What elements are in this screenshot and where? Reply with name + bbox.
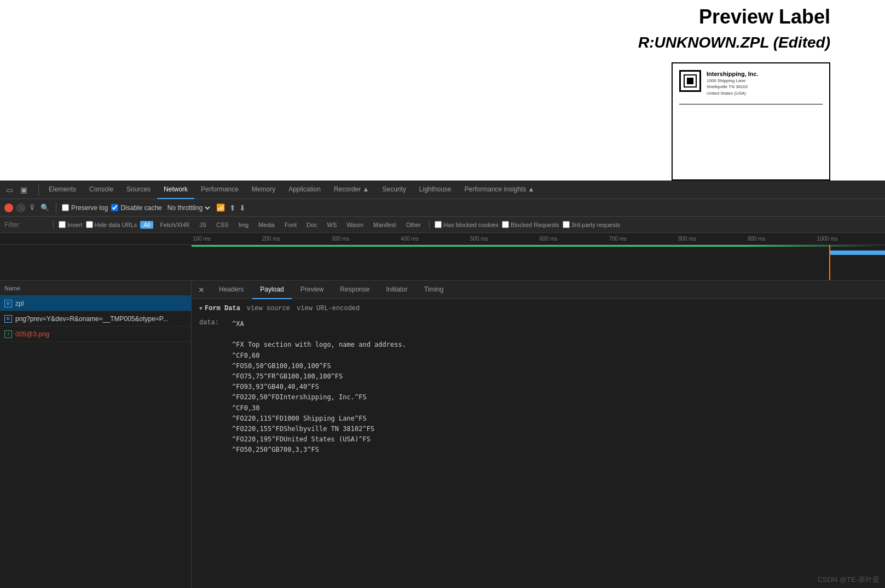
close-button[interactable]: ✕ bbox=[196, 284, 207, 295]
csdn-watermark: CSDN @TE-茶叶蛋 bbox=[817, 575, 880, 585]
name-col-header: Name bbox=[4, 285, 20, 292]
preview-subtitle: R:UNKNOWN.ZPL (Edited) bbox=[638, 34, 830, 51]
label-company-info: Intershipping, Inc. 1000 Shipping Lane S… bbox=[707, 70, 759, 96]
disable-cache-checkbox-label[interactable]: Disable cache bbox=[111, 204, 161, 212]
tick-400: 400 ms bbox=[400, 236, 469, 242]
waterfall-area bbox=[0, 245, 885, 281]
filter-css-btn[interactable]: CSS bbox=[213, 221, 232, 229]
form-data-row: data: ^XA ^FX Top section with logo, nam… bbox=[199, 318, 877, 456]
tick-900: 900 ms bbox=[747, 236, 816, 242]
request-name-png-file: 005@3.png bbox=[15, 330, 49, 338]
filter-icon[interactable]: ⊽ bbox=[28, 202, 36, 213]
request-row-png[interactable]: D png?prev=Y&dev=R&oname=__TMP005&otype=… bbox=[0, 311, 191, 327]
blocked-requests-checkbox[interactable] bbox=[502, 221, 509, 228]
third-party-label[interactable]: 3rd-party requests bbox=[563, 221, 620, 228]
label-logo bbox=[679, 70, 701, 92]
upload-icon[interactable]: ⬆ bbox=[229, 203, 236, 212]
filter-ws-btn[interactable]: WS bbox=[324, 221, 340, 229]
preview-title: Preview Label bbox=[699, 5, 830, 28]
tab-application[interactable]: Application bbox=[282, 181, 327, 199]
request-row-zpl[interactable]: D zpl bbox=[0, 296, 191, 311]
view-url-encoded-link[interactable]: view URL-encoded bbox=[297, 305, 360, 312]
filter-bar: Invert Hide data URLs All Fetch/XHR JS C… bbox=[0, 217, 885, 233]
disable-cache-checkbox[interactable] bbox=[111, 204, 118, 211]
hide-data-urls-checkbox-label[interactable]: Hide data URLs bbox=[86, 221, 137, 228]
filter-all-btn[interactable]: All bbox=[140, 221, 153, 229]
tab-recorder[interactable]: Recorder ▲ bbox=[327, 181, 376, 199]
toolbar-sep-1 bbox=[56, 203, 56, 213]
preserve-log-checkbox-label[interactable]: Preserve log bbox=[62, 204, 108, 212]
throttle-select[interactable]: No throttling bbox=[165, 203, 212, 212]
tab-lighthouse[interactable]: Lighthouse bbox=[413, 181, 458, 199]
form-data-value: ^XA ^FX Top section with logo, name and … bbox=[232, 319, 406, 455]
device-icon[interactable]: ▣ bbox=[19, 185, 28, 195]
tab-icons: ▭ ▣ bbox=[4, 185, 28, 195]
tab-elements[interactable]: Elements bbox=[42, 181, 83, 199]
tick-1000: 1000 ms bbox=[815, 236, 885, 242]
tab-security[interactable]: Security bbox=[375, 181, 412, 199]
blocked-cookies-label[interactable]: Has blocked cookies bbox=[435, 221, 499, 228]
hide-data-urls-checkbox[interactable] bbox=[86, 221, 93, 228]
filter-sep-1 bbox=[53, 220, 54, 229]
requests-header: Name bbox=[0, 281, 191, 296]
details-panel: ✕ Headers Payload Preview Response Initi… bbox=[192, 281, 885, 588]
request-icon-png: D bbox=[4, 315, 12, 323]
waterfall-green-line bbox=[192, 245, 885, 247]
filter-sep-2 bbox=[429, 220, 430, 229]
label-preview-box: Intershipping, Inc. 1000 Shipping Lane S… bbox=[672, 62, 830, 181]
filter-fetch-xhr-btn[interactable]: Fetch/XHR bbox=[157, 221, 193, 229]
filter-media-btn[interactable]: Media bbox=[255, 221, 278, 229]
filter-wasm-btn[interactable]: Wasm bbox=[343, 221, 367, 229]
form-data-arrow: ▼ bbox=[199, 306, 203, 312]
filter-other-btn[interactable]: Other bbox=[403, 221, 425, 229]
tab-sources[interactable]: Sources bbox=[120, 181, 157, 199]
details-tabs: ✕ Headers Payload Preview Response Initi… bbox=[192, 281, 885, 299]
detail-tab-payload[interactable]: Payload bbox=[252, 281, 291, 299]
preserve-log-checkbox[interactable] bbox=[62, 204, 69, 211]
filter-input[interactable] bbox=[4, 221, 48, 229]
inspect-icon[interactable]: ▭ bbox=[4, 185, 14, 195]
detail-tab-response[interactable]: Response bbox=[332, 281, 377, 299]
invert-checkbox[interactable] bbox=[59, 221, 66, 228]
tab-network[interactable]: Network bbox=[157, 181, 194, 199]
filter-font-btn[interactable]: Font bbox=[281, 221, 300, 229]
network-conditions-icon[interactable]: 📶 bbox=[215, 202, 226, 213]
tick-100: 100 ms bbox=[192, 236, 261, 242]
label-divider bbox=[679, 104, 823, 104]
filter-img-btn[interactable]: Img bbox=[235, 221, 252, 229]
search-icon[interactable]: 🔍 bbox=[39, 202, 50, 213]
tab-performance-insights[interactable]: Performance insights ▲ bbox=[458, 181, 541, 199]
detail-tab-headers[interactable]: Headers bbox=[211, 281, 251, 299]
filter-doc-btn[interactable]: Doc bbox=[303, 221, 321, 229]
filter-js-btn[interactable]: JS bbox=[196, 221, 210, 229]
detail-tab-timing[interactable]: Timing bbox=[417, 281, 452, 299]
tab-console[interactable]: Console bbox=[83, 181, 120, 199]
request-row-png-file[interactable]: I 005@3.png bbox=[0, 327, 191, 342]
waterfall-blue-bar bbox=[830, 251, 885, 255]
label-logo-inner bbox=[684, 74, 697, 88]
main-panel: Name D zpl D png?prev=Y&dev=R&oname=__TM… bbox=[0, 281, 885, 588]
network-toolbar: ⬛ ⊽ 🔍 Preserve log Disable cache No thro… bbox=[0, 199, 885, 217]
label-header: Intershipping, Inc. 1000 Shipping Lane S… bbox=[679, 70, 823, 96]
filter-manifest-btn[interactable]: Manifest bbox=[370, 221, 400, 229]
timeline-bar: 100 ms 200 ms 300 ms 400 ms 500 ms 600 m… bbox=[0, 233, 885, 245]
form-data-toggle[interactable]: ▼ Form Data bbox=[199, 305, 240, 312]
detail-tab-preview[interactable]: Preview bbox=[293, 281, 332, 299]
tick-600: 600 ms bbox=[539, 236, 608, 242]
detail-tab-initiator[interactable]: Initiator bbox=[378, 281, 415, 299]
blocked-requests-label[interactable]: Blocked Requests bbox=[502, 221, 559, 228]
request-name-png: png?prev=Y&dev=R&oname=__TMP005&otype=P.… bbox=[15, 315, 168, 323]
blocked-cookies-checkbox[interactable] bbox=[435, 221, 442, 228]
tab-memory[interactable]: Memory bbox=[245, 181, 282, 199]
download-icon[interactable]: ⬇ bbox=[239, 203, 246, 212]
record-button[interactable] bbox=[4, 203, 13, 212]
view-source-link[interactable]: view source bbox=[247, 305, 290, 312]
tab-performance[interactable]: Performance bbox=[194, 181, 245, 199]
third-party-checkbox[interactable] bbox=[563, 221, 570, 228]
label-company-name: Intershipping, Inc. bbox=[707, 70, 759, 78]
request-icon-png-file: I bbox=[4, 330, 12, 338]
stop-button[interactable]: ⬛ bbox=[16, 203, 25, 212]
form-data-key: data: bbox=[199, 319, 232, 455]
invert-checkbox-label[interactable]: Invert bbox=[59, 221, 83, 228]
devtools-container: ▭ ▣ Elements Console Sources Network Per… bbox=[0, 181, 885, 588]
